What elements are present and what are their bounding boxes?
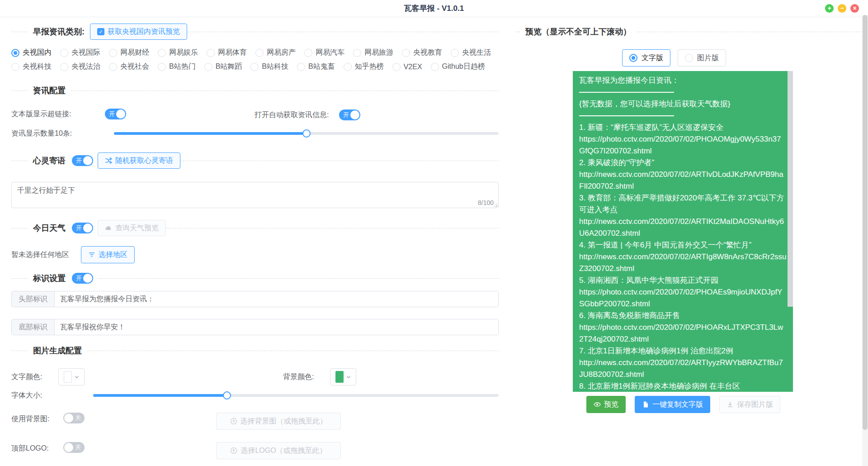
category-label: 知乎热榜 — [355, 62, 384, 71]
logo-label: 顶部LOGO: — [11, 442, 63, 455]
category-radio[interactable]: B站鬼畜 — [297, 62, 335, 71]
resize-grip-icon[interactable] — [493, 202, 498, 207]
category-radio[interactable]: Github日趋榜 — [431, 62, 485, 71]
category-radio[interactable]: 网易汽车 — [304, 48, 344, 57]
news-count-slider[interactable] — [114, 132, 499, 135]
text-color-picker[interactable] — [58, 368, 85, 385]
category-label: B站热门 — [169, 62, 196, 71]
hyperlink-toggle[interactable]: 开 — [105, 109, 126, 119]
category-radio[interactable]: 网易房产 — [255, 48, 296, 57]
category-radio[interactable]: V2EX — [392, 63, 422, 71]
tray-icon[interactable]: + — [825, 4, 834, 13]
category-radio[interactable]: 网易娱乐 — [158, 48, 198, 57]
select-region-button[interactable]: 选择地区 — [81, 246, 135, 263]
download-icon — [726, 401, 734, 408]
region-row: 暂未选择任何地区 选择地区 — [11, 246, 499, 263]
category-radio[interactable]: 网易体育 — [207, 48, 247, 57]
identity-title: 标识设置 — [28, 273, 71, 284]
mode-radio-image[interactable]: 图片版 — [678, 49, 726, 67]
preview-scrollbar-thumb[interactable] — [788, 71, 793, 307]
category-label: 央视生活 — [462, 48, 491, 57]
font-size-slider[interactable] — [93, 394, 499, 397]
toggle-on-label: 开 — [76, 224, 82, 232]
slider-knob[interactable] — [223, 391, 231, 399]
category-label: Github日趋榜 — [442, 62, 485, 71]
mode-text-label: 文字版 — [642, 53, 663, 63]
window-scrollbar-thumb[interactable] — [863, 15, 868, 430]
filter-icon — [88, 251, 95, 258]
window-scrollbar[interactable] — [862, 15, 868, 466]
slider-knob[interactable] — [302, 129, 311, 138]
category-radio[interactable]: 央视国际 — [60, 48, 100, 57]
use-bg-label: 使用背景图: — [11, 413, 63, 425]
category-radio[interactable]: 央视教育 — [402, 48, 442, 57]
category-radio[interactable]: 知乎热榜 — [344, 62, 384, 71]
preview-content-box[interactable]: 瓦客早报为您播报今日资讯： {暂无数据，您可以选择地址后获取天气数据} 1. 新… — [573, 71, 793, 392]
preview-mode-row: 文字版 图片版 — [622, 49, 862, 67]
toggle-on-label: 开 — [343, 111, 349, 119]
logo-toggle[interactable]: 关 — [63, 442, 85, 453]
weather-toggle[interactable]: 开 — [72, 223, 93, 233]
random-soul-message-button[interactable]: 随机获取心灵寄语 — [98, 152, 180, 169]
close-icon[interactable]: × — [850, 4, 859, 13]
use-bg-toggle[interactable]: 关 — [63, 413, 85, 423]
select-bg-image-button[interactable]: 选择背景图（或拖拽至此） — [216, 413, 341, 430]
radio-icon — [204, 63, 212, 71]
header-identity-input[interactable] — [55, 291, 498, 307]
news-item-title: 8. 北京新增1例新冠肺炎本地确诊病例 在丰台区 — [579, 380, 787, 392]
category-radio[interactable]: 央视社会 — [109, 62, 149, 71]
category-radio[interactable]: 网易旅游 — [353, 48, 393, 57]
category-radio[interactable]: 央视法治 — [60, 62, 100, 71]
preview-section-header: 预览（显示不全可上下滚动） — [515, 26, 862, 37]
category-radio[interactable]: 央视国内 — [11, 48, 52, 57]
news-item-url: https://photo.cctv.com/2020/07/02/PHOAOM… — [579, 133, 787, 157]
radio-icon — [11, 63, 19, 71]
category-label: 网易汽车 — [316, 48, 344, 57]
news-item-title: 2. 乘风破浪的“守护者” — [579, 157, 787, 169]
category-radio[interactable]: 央视科技 — [11, 62, 52, 71]
radio-icon — [392, 63, 401, 71]
copy-text-button[interactable]: 一键复制文字版 — [635, 396, 710, 413]
query-weather-button[interactable]: 查询天气预览 — [98, 220, 166, 236]
select-bg-image-label: 选择背景图（或拖拽至此） — [241, 417, 327, 426]
random-soul-message-label: 随机获取心灵寄语 — [115, 156, 173, 166]
bg-color-picker[interactable] — [330, 368, 356, 385]
category-radio[interactable]: 央视生活 — [451, 48, 491, 57]
select-logo-button[interactable]: 选择LOGO（或拖拽至此） — [216, 442, 341, 459]
preview-button[interactable]: 预览 — [586, 396, 626, 413]
soul-message-textarea[interactable]: 千里之行始于足下 — [12, 182, 498, 208]
category-radio[interactable]: B站舞蹈 — [204, 62, 242, 71]
soul-message-toggle[interactable]: 开 — [72, 155, 93, 166]
preview-weather-placeholder: {暂无数据，您可以选择地址后获取天气数据} — [579, 98, 787, 110]
footer-identity-label: 底部标识 — [12, 319, 55, 335]
preview-header-line: 瓦客早报为您播报今日资讯： — [579, 75, 787, 86]
category-label: 网易旅游 — [364, 48, 393, 57]
radio-icon — [451, 49, 459, 57]
no-region-text: 暂未选择任何地区 — [11, 249, 69, 260]
mode-radio-text[interactable]: 文字版 — [622, 49, 670, 67]
soul-message-field: 千里之行始于足下 8/100 — [11, 182, 499, 208]
category-radio[interactable]: B站科技 — [250, 62, 288, 71]
footer-identity-input[interactable] — [55, 319, 498, 335]
minimize-icon[interactable]: − — [838, 4, 846, 13]
toggle-knob — [64, 414, 73, 423]
category-radio[interactable]: 网易财经 — [109, 48, 149, 57]
text-color-label: 文字颜色: — [11, 371, 58, 382]
category-label: B站鬼畜 — [308, 62, 335, 71]
category-label: 央视法治 — [71, 62, 100, 71]
category-label: V2EX — [404, 63, 422, 71]
bg-color-label: 背景颜色: — [283, 371, 330, 382]
category-radio[interactable]: B站热门 — [158, 62, 196, 71]
slider-fill — [93, 394, 227, 397]
radio-selected-icon — [629, 54, 637, 62]
save-image-button[interactable]: 保存图片版 — [719, 396, 780, 413]
category-label: B站舞蹈 — [216, 62, 242, 71]
preview-section-title: 预览（显示不全可上下滚动） — [520, 26, 637, 37]
news-item-title: 6. 海南离岛免税新增商品开售 — [579, 310, 787, 322]
document-icon — [642, 401, 649, 408]
identity-toggle[interactable]: 开 — [72, 273, 93, 284]
news-count-label: 资讯显示数量10条: — [11, 128, 114, 139]
fetch-news-preview-button[interactable]: ✓ 获取央视国内资讯预览 — [90, 24, 187, 40]
auto-fetch-toggle[interactable]: 开 — [339, 109, 360, 120]
preview-button-label: 预览 — [604, 400, 618, 409]
